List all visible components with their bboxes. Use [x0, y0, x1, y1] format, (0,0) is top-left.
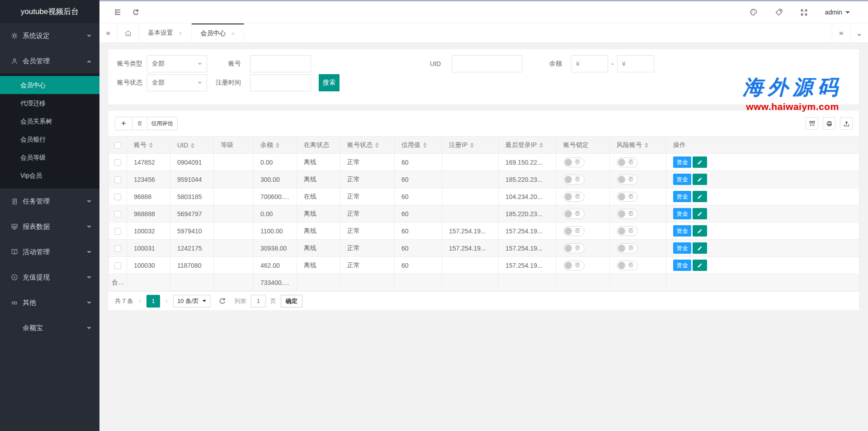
goto-confirm-button[interactable]: 确定 — [281, 295, 302, 308]
tab-basic-settings[interactable]: 基本设置× — [139, 24, 192, 43]
fullscreen-icon[interactable] — [800, 9, 808, 16]
sidebar-item-activity-management[interactable]: 活动管理 — [0, 239, 99, 265]
select-all-checkbox[interactable] — [114, 142, 121, 149]
risk-toggle[interactable]: 否 — [617, 175, 638, 185]
print-icon[interactable] — [823, 117, 835, 130]
goto-page-input[interactable] — [251, 295, 266, 308]
credit-eval-button[interactable]: 信用评估 — [147, 117, 178, 130]
col-label: 操作 — [673, 141, 686, 148]
sidebar-item-recharge-withdraw[interactable]: ¥充值提现 — [0, 265, 99, 290]
home-tab-icon[interactable] — [118, 24, 139, 43]
balance-min-input[interactable] — [571, 55, 608, 72]
tabs-scroll-left-icon[interactable]: « — [99, 24, 118, 43]
row-checkbox[interactable] — [114, 176, 121, 183]
balance-max-input[interactable] — [617, 55, 654, 72]
sidebar-subitem-member-bank[interactable]: 会员银行 — [0, 130, 99, 148]
cell-online: 离线 — [297, 257, 340, 274]
sort-icon[interactable] — [276, 142, 279, 148]
edit-button[interactable] — [693, 242, 707, 254]
lock-toggle[interactable]: 否 — [563, 243, 585, 253]
fund-button[interactable]: 资金 — [673, 174, 691, 185]
collapse-sidebar-icon[interactable] — [108, 8, 127, 16]
sidebar-subitem-member-center[interactable]: 会员中心 — [0, 76, 99, 94]
fund-button[interactable]: 资金 — [673, 225, 691, 237]
sidebar-subitem-member-level[interactable]: 会员等级 — [0, 148, 99, 166]
close-tab-icon[interactable]: × — [179, 30, 182, 37]
edit-button[interactable] — [693, 156, 707, 168]
account-type-select[interactable]: 全部 — [147, 55, 207, 72]
theme-palette-icon[interactable] — [750, 8, 758, 16]
edit-button[interactable] — [693, 225, 707, 237]
sidebar-item-system-settings[interactable]: 系统设定 — [0, 23, 99, 48]
row-checkbox[interactable] — [114, 194, 121, 200]
columns-filter-icon[interactable] — [806, 117, 818, 130]
user-menu[interactable]: admin — [825, 9, 850, 16]
sidebar-subitem-member-relation-tree[interactable]: 会员关系树 — [0, 112, 99, 130]
sort-icon[interactable] — [423, 142, 427, 148]
risk-toggle[interactable]: 否 — [617, 157, 638, 167]
fund-button[interactable]: 资金 — [673, 156, 691, 168]
search-button[interactable]: 搜索 — [319, 74, 340, 91]
sort-icon[interactable] — [149, 142, 153, 148]
export-icon[interactable] — [840, 117, 853, 130]
lock-toggle[interactable]: 否 — [563, 209, 585, 219]
next-page-button[interactable]: › — [165, 297, 169, 305]
topbar: admin — [99, 1, 868, 23]
lock-toggle[interactable]: 否 — [563, 157, 585, 167]
tabs-more-icon[interactable]: » — [832, 24, 850, 43]
sidebar-item-task-management[interactable]: 任务管理 — [0, 189, 99, 214]
tab-member-center[interactable]: 会员中心× — [192, 24, 245, 43]
uid-input[interactable] — [452, 55, 522, 72]
sort-icon[interactable] — [539, 142, 543, 148]
risk-toggle[interactable]: 否 — [617, 192, 638, 202]
sidebar-subitem-vip-member[interactable]: Vip会员 — [0, 166, 99, 185]
sort-icon[interactable] — [470, 142, 474, 148]
edit-button[interactable] — [693, 174, 707, 185]
sidebar-subitem-agent-migration[interactable]: 代理迁移 — [0, 94, 99, 112]
risk-toggle[interactable]: 否 — [617, 209, 638, 219]
edit-button[interactable] — [693, 208, 707, 219]
add-button[interactable]: + — [115, 117, 132, 130]
cell-balance: 0.00 — [254, 205, 297, 223]
fund-button[interactable]: 资金 — [673, 191, 691, 202]
sort-icon[interactable] — [191, 143, 194, 148]
fund-button[interactable]: 资金 — [673, 208, 691, 219]
pager-refresh-icon[interactable] — [218, 297, 226, 305]
edit-button[interactable] — [693, 191, 707, 202]
lock-toggle[interactable]: 否 — [563, 175, 585, 185]
fund-button[interactable]: 资金 — [673, 242, 691, 254]
risk-toggle[interactable]: 否 — [617, 243, 638, 253]
sidebar-item-yuebao[interactable]: 余额宝 — [0, 315, 99, 341]
delete-button[interactable] — [132, 117, 147, 130]
row-checkbox[interactable] — [114, 262, 121, 269]
close-tab-icon[interactable]: × — [231, 30, 235, 37]
row-checkbox[interactable] — [114, 159, 121, 166]
tag-icon[interactable] — [775, 8, 783, 16]
refresh-icon[interactable] — [127, 9, 145, 16]
lock-toggle[interactable]: 否 — [563, 192, 585, 202]
risk-toggle[interactable]: 否 — [617, 226, 638, 236]
row-checkbox[interactable] — [114, 211, 121, 218]
fund-button[interactable]: 资金 — [673, 260, 691, 271]
edit-button[interactable] — [693, 260, 707, 271]
row-checkbox[interactable] — [114, 245, 121, 252]
account-status-select[interactable]: 全部 — [147, 74, 207, 91]
prev-page-button[interactable]: ‹ — [137, 297, 142, 305]
toggle-label: 否 — [575, 244, 580, 252]
lock-toggle[interactable]: 否 — [563, 226, 585, 236]
sort-icon[interactable] — [375, 142, 379, 148]
sidebar-item-member-management[interactable]: 会员管理 — [0, 48, 99, 74]
page-number-button[interactable]: 1 — [146, 295, 160, 308]
per-page-select[interactable]: 10 条/页 — [173, 295, 210, 308]
tabs-collapse-icon[interactable]: ⌄ — [850, 24, 868, 43]
sidebar-item-other[interactable]: ∞其他 — [0, 290, 99, 315]
cell-level — [214, 223, 254, 240]
col-checkbox — [109, 137, 127, 154]
sidebar-item-report-data[interactable]: 报表数据 — [0, 214, 99, 239]
account-input[interactable] — [250, 55, 311, 72]
risk-toggle[interactable]: 否 — [617, 260, 638, 270]
row-checkbox[interactable] — [114, 228, 121, 235]
sort-icon[interactable] — [645, 142, 648, 148]
register-time-input[interactable] — [250, 74, 311, 91]
lock-toggle[interactable]: 否 — [563, 260, 585, 270]
